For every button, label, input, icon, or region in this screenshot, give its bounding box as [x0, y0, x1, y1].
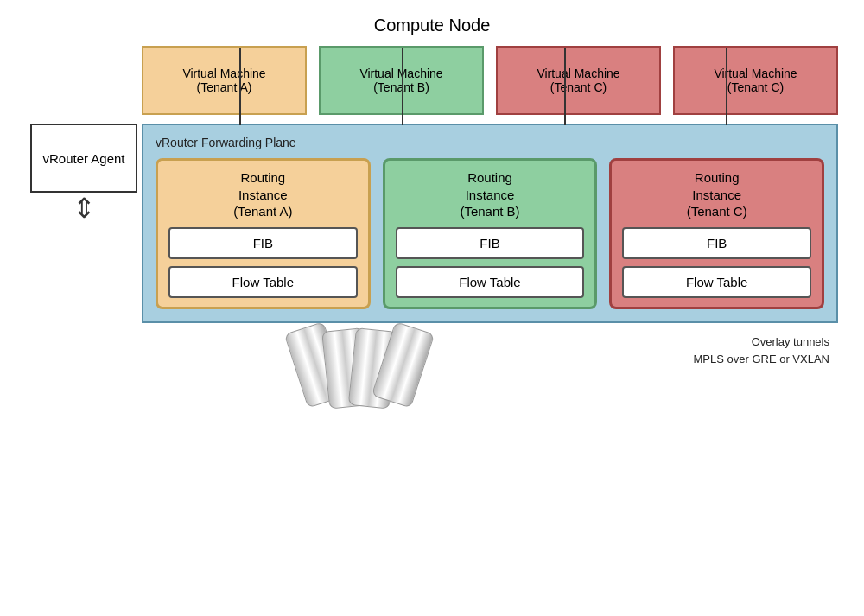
vrouter-spacer — [35, 46, 130, 115]
routing-instance-c-title: RoutingInstance(Tenant C) — [687, 169, 747, 220]
vm-label-a1: Virtual Machine(Tenant A) — [182, 67, 265, 94]
vm-box-tenant-c-1: Virtual Machine(Tenant C) — [496, 46, 661, 115]
vm-box-tenant-b-1: Virtual Machine(Tenant B) — [319, 46, 484, 115]
routing-instance-c: RoutingInstance(Tenant C) FIB Flow Table — [609, 158, 824, 309]
flow-table-box-c: Flow Table — [622, 266, 811, 298]
forwarding-plane-label: vRouter Forwarding Plane — [156, 136, 824, 149]
routing-instance-b: RoutingInstance(Tenant B) FIB Flow Table — [383, 158, 598, 309]
routing-instance-a-title: RoutingInstance(Tenant A) — [233, 169, 292, 220]
tunnel-pipes — [276, 330, 442, 408]
bottom-area: Overlay tunnelsMPLS over GRE or VXLAN — [26, 327, 838, 413]
flow-table-box-a: Flow Table — [168, 266, 358, 298]
page-container: Compute Node Virtual Machine(Tenant A) V… — [0, 0, 864, 616]
fib-box-c: FIB — [622, 227, 811, 259]
fib-box-b: FIB — [396, 227, 585, 259]
plane-area: vRouter Agent ⇕ vRouter Forwarding Plane… — [26, 115, 838, 323]
fib-box-a: FIB — [168, 227, 358, 259]
double-arrow-icon: ⇕ — [73, 194, 96, 222]
routing-instance-a: RoutingInstance(Tenant A) FIB Flow Table — [156, 158, 371, 309]
vm-box-tenant-a-1: Virtual Machine(Tenant A) — [142, 46, 307, 115]
vrouter-agent-label: vRouter Agent — [42, 151, 124, 166]
top-row: Virtual Machine(Tenant A) Virtual Machin… — [26, 46, 838, 115]
main-wrapper: Virtual Machine(Tenant A) Virtual Machin… — [26, 46, 838, 413]
tunnels-visual — [26, 327, 694, 408]
vm-label-c2: Virtual Machine(Tenant C) — [714, 67, 797, 94]
routing-instances-row: RoutingInstance(Tenant A) FIB Flow Table… — [156, 158, 824, 309]
flow-table-box-b: Flow Table — [396, 266, 585, 298]
vm-label-c1: Virtual Machine(Tenant C) — [537, 67, 619, 94]
vm-box-tenant-c-2: Virtual Machine(Tenant C) — [673, 46, 838, 115]
vrouter-agent-box: vRouter Agent — [30, 124, 137, 193]
forwarding-plane: vRouter Forwarding Plane RoutingInstance… — [142, 124, 838, 323]
vm-label-b1: Virtual Machine(Tenant B) — [359, 67, 442, 94]
routing-instance-b-title: RoutingInstance(Tenant B) — [460, 169, 519, 220]
compute-node-title: Compute Node — [374, 16, 491, 35]
overlay-tunnels-label: Overlay tunnelsMPLS over GRE or VXLAN — [694, 327, 839, 370]
left-panel: vRouter Agent ⇕ — [26, 115, 142, 323]
